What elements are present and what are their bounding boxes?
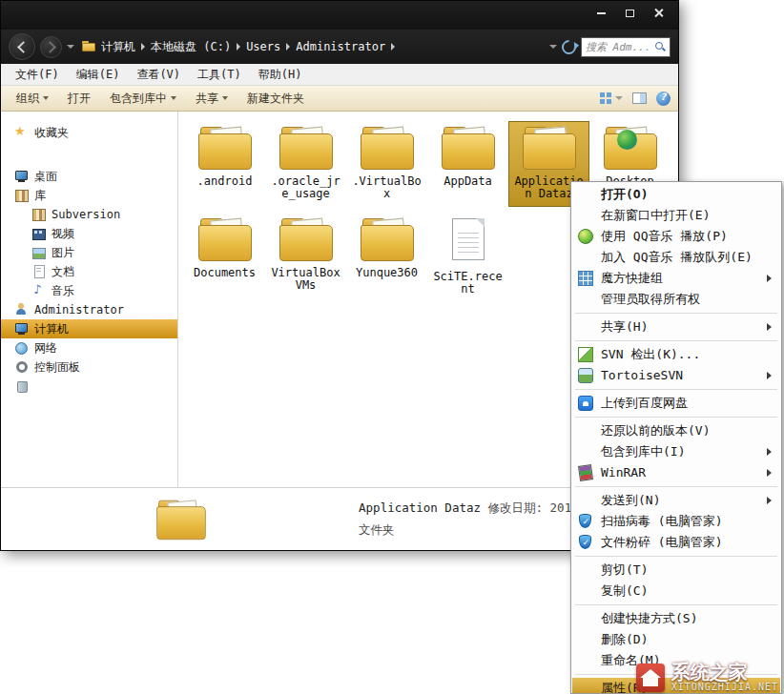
sidebar-item-favorites[interactable]: 收藏夹 (1, 123, 177, 142)
toolbar-button-label: 打开 (68, 91, 91, 107)
context-menu-item[interactable]: 复制(C) (572, 581, 780, 602)
file-item-label: VirtualBox VMs (269, 267, 343, 292)
selected-file-name: Application Dataz (359, 500, 481, 515)
submenu-arrow-icon (767, 448, 772, 456)
network-icon (14, 341, 29, 355)
chevron-down-icon (615, 96, 623, 100)
file-item-label: SciTE.recent (431, 271, 505, 296)
submenu-arrow-icon (767, 469, 772, 477)
context-menu-item-label: 剪切(T) (601, 562, 648, 577)
folder-icon (359, 214, 416, 264)
sidebar-item-documents[interactable]: 文档 (1, 262, 177, 281)
submenu-arrow-icon (767, 323, 772, 331)
file-item[interactable]: Documents (184, 213, 265, 298)
sidebar-item-libraries[interactable]: 库 (1, 186, 177, 205)
sidebar-item-desktop[interactable]: 桌面 (1, 167, 177, 186)
context-menu-item[interactable]: 共享(H) (572, 316, 780, 337)
menubar-item[interactable]: 编辑(E) (68, 67, 129, 83)
breadcrumb-item[interactable]: Users (246, 40, 280, 53)
file-item[interactable]: .android (184, 121, 265, 207)
sidebar-item-label: 收藏夹 (34, 125, 69, 141)
help-button[interactable] (656, 92, 671, 106)
search-icon (654, 41, 666, 52)
context-menu-item[interactable]: WinRAR (572, 462, 780, 483)
file-item[interactable]: VirtualBox VMs (265, 213, 346, 298)
recent-pages-dropdown-icon[interactable] (67, 45, 74, 49)
address-history-dropdown-icon[interactable] (549, 45, 557, 49)
refresh-icon[interactable] (559, 36, 579, 56)
watermark-logo-icon (636, 663, 665, 692)
breadcrumb-separator-icon[interactable] (286, 43, 290, 51)
context-menu-item[interactable]: 包含到库中(I) (572, 441, 780, 462)
file-item[interactable]: SciTE.recent (427, 213, 508, 298)
context-menu-item[interactable]: 还原以前的版本(V) (572, 420, 780, 441)
sidebar-item-network[interactable]: 网络 (1, 338, 177, 357)
toolbar-button-label: 组织 (16, 91, 39, 107)
address-folder-icon (82, 41, 96, 52)
file-item[interactable]: AppData (427, 121, 508, 207)
menu-separator (575, 389, 777, 390)
change-view-button[interactable] (600, 92, 623, 105)
menubar-item[interactable]: 帮助(H) (250, 67, 311, 83)
context-menu-item[interactable]: 打开(O) (572, 184, 780, 205)
sidebar-item-computer[interactable]: 计算机 (1, 319, 177, 338)
minimize-button[interactable] (587, 4, 615, 22)
context-menu-item[interactable]: 文件粉碎 (电脑管家) (572, 532, 780, 553)
breadcrumb-item[interactable]: 本地磁盘 (C:) (151, 39, 231, 55)
menu-separator (575, 556, 777, 557)
forward-button[interactable] (40, 36, 62, 58)
context-menu-item[interactable]: TortoiseSVN (572, 365, 780, 386)
sidebar-item-label: Subversion (52, 208, 120, 221)
title-bar[interactable] (1, 1, 678, 30)
file-item[interactable]: .VirtualBox (346, 121, 427, 207)
file-item[interactable]: Yunque360 (346, 213, 427, 298)
toolbar-button[interactable]: 新建文件夹 (239, 88, 312, 110)
context-menu-item[interactable]: 创建快捷方式(S) (572, 608, 780, 629)
close-button[interactable] (644, 4, 672, 22)
search-input[interactable]: 搜索 Adm... (586, 40, 654, 54)
breadcrumb-separator-icon[interactable] (141, 43, 145, 51)
sidebar-item-videos[interactable]: 视频 (1, 224, 177, 243)
context-menu-item-label: 使用 QQ音乐 播放(P) (601, 229, 728, 243)
breadcrumb-separator-icon[interactable] (237, 43, 240, 51)
menubar-item[interactable]: 文件(F) (7, 67, 68, 83)
context-menu-item[interactable]: 在新窗口中打开(E) (572, 205, 780, 226)
context-menu-item[interactable]: 管理员取得所有权 (572, 289, 780, 310)
sidebar-item-label: 音乐 (52, 283, 74, 299)
computer-icon (14, 322, 29, 336)
shield-icon (579, 514, 591, 528)
breadcrumb-item[interactable]: Administrator (296, 40, 385, 53)
context-menu-item[interactable]: 上传到百度网盘 (572, 393, 780, 414)
maximize-button[interactable] (615, 4, 644, 22)
folder-icon (359, 123, 416, 173)
sidebar-item-recycle-bin[interactable] (1, 377, 177, 396)
sidebar-item-pictures[interactable]: 图片 (1, 243, 177, 262)
toolbar-button[interactable]: 组织 (9, 88, 56, 110)
toolbar-button[interactable]: 打开 (60, 88, 98, 110)
menu-bar: 文件(F)编辑(E)查看(V)工具(T)帮助(H) (1, 64, 678, 86)
selected-folder-icon (155, 497, 207, 542)
context-menu-item[interactable]: SVN 检出(K)... (572, 344, 780, 365)
sidebar-item-subversion[interactable]: Subversion (1, 205, 177, 224)
context-menu-item[interactable]: 发送到(N) (572, 490, 780, 511)
breadcrumb-item[interactable]: 计算机 (101, 39, 135, 55)
context-menu-item[interactable]: 扫描病毒 (电脑管家) (572, 511, 780, 532)
sidebar-item-control-panel[interactable]: 控制面板 (1, 357, 177, 377)
context-menu-item[interactable]: 剪切(T) (572, 560, 780, 581)
sidebar-item-administrator[interactable]: Administrator (1, 300, 177, 319)
breadcrumb-separator-icon[interactable] (391, 43, 395, 51)
context-menu-item[interactable]: 加入 QQ音乐 播放队列(E) (572, 247, 780, 268)
toolbar-button[interactable]: 包含到库中 (102, 88, 184, 110)
preview-pane-button[interactable] (632, 92, 647, 104)
context-menu-item-label: 复制(C) (601, 583, 648, 598)
file-item[interactable]: .oracle_jre_usage (265, 121, 346, 207)
context-menu-item[interactable]: 使用 QQ音乐 播放(P) (572, 226, 780, 247)
context-menu-item[interactable]: 删除(D) (572, 629, 780, 650)
menubar-item[interactable]: 查看(V) (128, 67, 189, 83)
back-button[interactable] (9, 33, 35, 60)
context-menu-item[interactable]: 魔方快捷组 (572, 268, 780, 289)
toolbar-button[interactable]: 共享 (188, 88, 236, 110)
sidebar-item-music[interactable]: 音乐 (1, 281, 177, 300)
menubar-item[interactable]: 工具(T) (189, 67, 250, 83)
search-box[interactable]: 搜索 Adm... (581, 37, 671, 57)
